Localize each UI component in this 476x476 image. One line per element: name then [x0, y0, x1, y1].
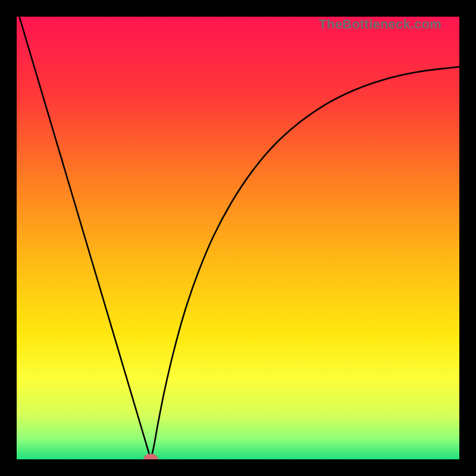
- chart-svg: [17, 17, 459, 459]
- watermark-text: TheBottleneck.com: [319, 17, 441, 32]
- chart-frame: TheBottleneck.com: [0, 0, 476, 476]
- chart-background: [17, 17, 459, 459]
- chart-plot-area: TheBottleneck.com: [17, 17, 459, 459]
